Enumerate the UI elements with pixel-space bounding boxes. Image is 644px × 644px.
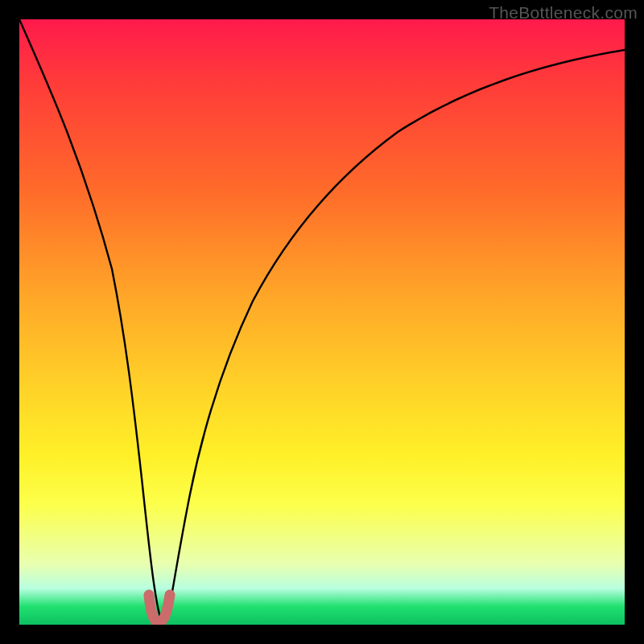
bottleneck-curve [19, 19, 625, 621]
plot-area [19, 19, 625, 625]
curve-layer [19, 19, 625, 625]
highlight-u-icon [149, 595, 170, 622]
outer-frame: TheBottleneck.com [0, 0, 644, 644]
watermark-text: TheBottleneck.com [489, 3, 638, 23]
